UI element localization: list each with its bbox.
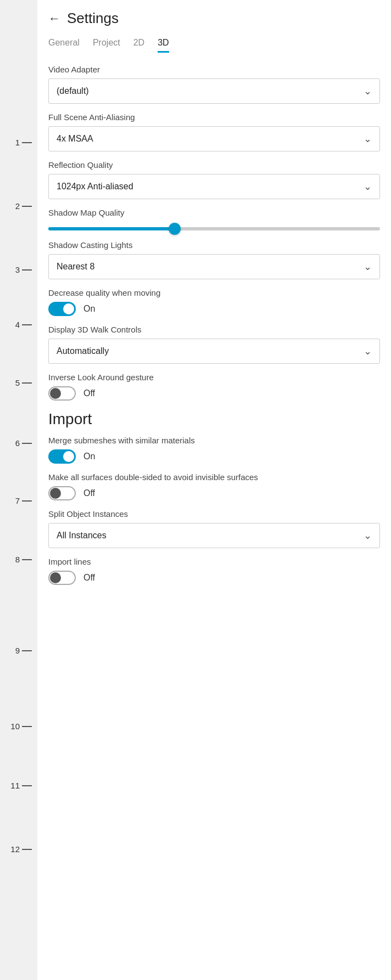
inverse-look-block: Inverse Look Around gesture Off [48, 373, 380, 401]
walk-controls-block: Display 3D Walk Controls Automatically ⌄ [48, 325, 380, 364]
merge-submeshes-toggle-row: On [48, 449, 380, 464]
shadow-casting-label: Shadow Casting Lights [48, 240, 380, 250]
page-title: Settings [67, 10, 119, 27]
decrease-quality-block: Decrease quality when moving On [48, 288, 380, 316]
decrease-quality-toggle-row: On [48, 302, 380, 316]
row-label-5: 5 [15, 379, 32, 387]
shadow-casting-value: Nearest 8 [57, 262, 94, 272]
toggle-knob [50, 488, 61, 499]
video-adapter-label: Video Adapter [48, 65, 380, 74]
decrease-quality-toggle[interactable] [48, 302, 76, 316]
import-lines-block: Import lines Off [48, 557, 380, 585]
double-sided-toggle-label: Off [83, 488, 95, 498]
anti-aliasing-value: 4x MSAA [57, 134, 93, 144]
row-label-11: 11 [10, 781, 32, 790]
row-label-3: 3 [15, 266, 32, 274]
video-adapter-dropdown[interactable]: (default) ⌄ [48, 78, 380, 104]
import-lines-toggle-label: Off [83, 573, 95, 583]
anti-aliasing-label: Full Scene Anti-Aliasing [48, 112, 380, 122]
slider-thumb[interactable] [169, 223, 181, 235]
toggle-knob [50, 388, 61, 399]
split-instances-dropdown[interactable]: All Instances ⌄ [48, 523, 380, 548]
reflection-quality-dropdown[interactable]: 1024px Anti-aliased ⌄ [48, 174, 380, 199]
shadow-map-label: Shadow Map Quality [48, 208, 380, 217]
tabs-bar: General Project 2D 3D [48, 38, 380, 53]
merge-submeshes-toggle-label: On [83, 452, 95, 461]
walk-controls-value: Automatically [57, 346, 109, 356]
double-sided-block: Make all surfaces double-sided to avoid … [48, 472, 380, 500]
split-instances-block: Split Object Instances All Instances ⌄ [48, 509, 380, 548]
toggle-knob [63, 451, 74, 462]
row-label-7: 7 [15, 497, 32, 505]
double-sided-label: Make all surfaces double-sided to avoid … [48, 472, 380, 482]
shadow-map-slider-track[interactable] [48, 227, 380, 230]
merge-submeshes-toggle[interactable] [48, 449, 76, 464]
decrease-quality-toggle-label: On [83, 304, 95, 314]
walk-controls-dropdown[interactable]: Automatically ⌄ [48, 339, 380, 364]
shadow-casting-block: Shadow Casting Lights Nearest 8 ⌄ [48, 240, 380, 279]
row-label-2: 2 [15, 202, 32, 210]
import-lines-toggle-row: Off [48, 571, 380, 585]
anti-aliasing-block: Full Scene Anti-Aliasing 4x MSAA ⌄ [48, 112, 380, 151]
chevron-down-icon: ⌄ [364, 181, 372, 193]
row-label-6: 6 [15, 439, 32, 447]
import-heading: Import [48, 410, 380, 428]
chevron-down-icon: ⌄ [364, 530, 372, 542]
chevron-down-icon: ⌄ [364, 133, 372, 145]
anti-aliasing-dropdown[interactable]: 4x MSAA ⌄ [48, 126, 380, 151]
toggle-knob [63, 303, 74, 314]
import-lines-label: Import lines [48, 557, 380, 566]
inverse-look-toggle[interactable] [48, 386, 76, 401]
row-label-12: 12 [10, 845, 32, 853]
tab-project[interactable]: Project [93, 38, 120, 53]
inverse-look-toggle-row: Off [48, 386, 380, 401]
inverse-look-label: Inverse Look Around gesture [48, 373, 380, 382]
shadow-map-slider-container [48, 227, 380, 230]
shadow-casting-dropdown[interactable]: Nearest 8 ⌄ [48, 254, 380, 279]
sidebar: 1 2 3 4 5 [0, 0, 37, 980]
split-instances-value: All Instances [57, 531, 107, 540]
double-sided-toggle[interactable] [48, 486, 76, 500]
row-label-10: 10 [10, 722, 32, 730]
tab-general[interactable]: General [48, 38, 80, 53]
merge-submeshes-label: Merge submeshes with similar materials [48, 436, 380, 445]
chevron-down-icon: ⌄ [364, 261, 372, 273]
slider-fill [48, 227, 175, 230]
double-sided-toggle-row: Off [48, 486, 380, 500]
tab-2d[interactable]: 2D [133, 38, 144, 53]
video-adapter-block: Video Adapter (default) ⌄ [48, 65, 380, 104]
row-label-1: 1 [15, 138, 32, 147]
decrease-quality-label: Decrease quality when moving [48, 288, 380, 297]
row-label-8: 8 [15, 555, 32, 564]
shadow-map-block: Shadow Map Quality [48, 208, 380, 230]
tab-3d[interactable]: 3D [158, 38, 169, 53]
reflection-quality-label: Reflection Quality [48, 160, 380, 170]
chevron-down-icon: ⌄ [364, 85, 372, 97]
back-button[interactable]: ← [48, 12, 60, 26]
row-label-4: 4 [15, 320, 32, 329]
reflection-quality-value: 1024px Anti-aliased [57, 182, 133, 192]
toggle-knob [50, 572, 61, 583]
split-instances-label: Split Object Instances [48, 509, 380, 519]
reflection-quality-block: Reflection Quality 1024px Anti-aliased ⌄ [48, 160, 380, 199]
main-content: ← Settings General Project 2D 3D Video A… [37, 0, 391, 980]
row-label-9: 9 [15, 646, 32, 655]
inverse-look-toggle-label: Off [83, 388, 95, 398]
merge-submeshes-block: Merge submeshes with similar materials O… [48, 436, 380, 464]
import-lines-toggle[interactable] [48, 571, 76, 585]
video-adapter-value: (default) [57, 86, 89, 96]
header: ← Settings [48, 10, 380, 27]
chevron-down-icon: ⌄ [364, 345, 372, 357]
walk-controls-label: Display 3D Walk Controls [48, 325, 380, 334]
